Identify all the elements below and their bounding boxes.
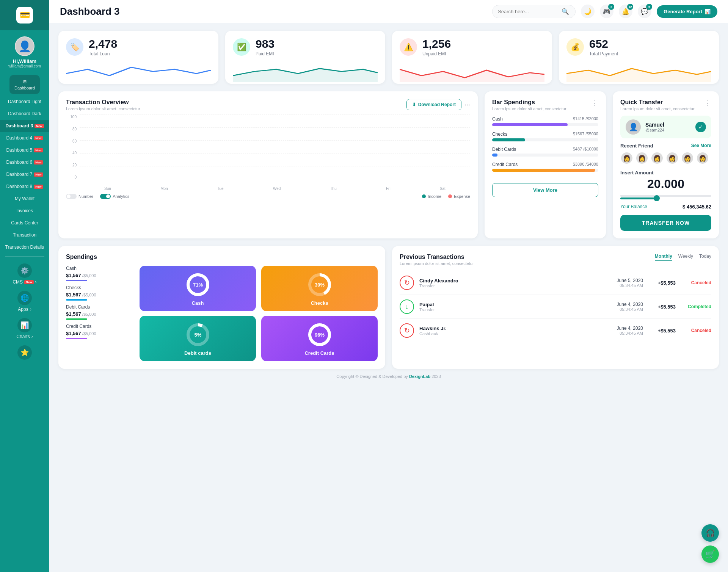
spending-label-checks: Checks bbox=[492, 132, 507, 137]
sidebar-section-charts[interactable]: 📊 Charts › bbox=[0, 314, 49, 342]
sidebar-item-dashboard-5[interactable]: Dashboard 5New bbox=[0, 144, 49, 156]
analytics-toggle[interactable] bbox=[100, 194, 111, 199]
tx-list: ↻ Cindy Alexandro Transfer June 5, 2020 … bbox=[400, 271, 711, 342]
tx-name-hawkins: Hawkins Jr. bbox=[419, 326, 447, 331]
sidebar-section-cms[interactable]: ⚙️ CMS New › bbox=[0, 260, 49, 287]
spending-bar-fill-debit bbox=[492, 154, 497, 157]
sidebar-item-my-wallet[interactable]: My Wallet bbox=[0, 193, 49, 205]
unpaid-emi-label: Unpaid EMI bbox=[422, 51, 451, 56]
total-payment-icon: 💰 bbox=[566, 38, 584, 56]
dashboard-toggle-btn[interactable]: ⊞ Dashboard bbox=[9, 75, 40, 94]
sidebar-item-dashboard-light[interactable]: Dashboard Light bbox=[0, 96, 49, 108]
y-label: 80 bbox=[66, 127, 77, 131]
donut-credit: 96% Credit Cards bbox=[261, 316, 378, 361]
spending-bar-bg bbox=[492, 123, 598, 126]
moon-btn[interactable]: 🌙 bbox=[581, 5, 595, 18]
sidebar-item-dashboard-3[interactable]: Dashboard 3New bbox=[0, 120, 49, 132]
friend-avatar-6[interactable]: 👩 bbox=[696, 152, 709, 165]
chat-notifications-btn[interactable]: 💬 5 bbox=[638, 5, 651, 18]
tx-status-hawkins: Canceled bbox=[685, 328, 711, 333]
chat-badge: 5 bbox=[646, 4, 652, 10]
support-fab[interactable]: 🎧 bbox=[701, 524, 719, 542]
y-label: 100 bbox=[66, 115, 77, 119]
friend-avatar-5[interactable]: 👩 bbox=[681, 152, 694, 165]
friend-avatar-1[interactable]: 👩 bbox=[620, 152, 633, 165]
spend-bar bbox=[66, 280, 87, 281]
number-toggle[interactable] bbox=[66, 194, 77, 199]
tx-type-cindy: Transfer bbox=[419, 284, 458, 288]
fab-group: 🎧 🛒 bbox=[701, 524, 719, 563]
spend-item-credit: Credit Cards $1,567 /$5,000 bbox=[66, 324, 134, 339]
sidebar-section-apps[interactable]: 🌐 Apps › bbox=[0, 287, 49, 314]
avatar: 👤 bbox=[15, 36, 35, 56]
charts-row: Charts › bbox=[16, 334, 33, 339]
sidebar-item-dashboard-7[interactable]: Dashboard 7New bbox=[0, 168, 49, 180]
footer-brand[interactable]: DexignLab bbox=[409, 374, 430, 379]
game-notifications-btn[interactable]: 🎮 2 bbox=[600, 5, 613, 18]
x-label: Sun bbox=[104, 186, 111, 191]
total-payment-label: Total Payment bbox=[589, 51, 618, 56]
legend-expense: Expense bbox=[448, 194, 470, 199]
sidebar-item-dashboard-4[interactable]: Dashboard 4New bbox=[0, 132, 49, 144]
sidebar-item-dashboard-8[interactable]: Dashboard 8New bbox=[0, 180, 49, 193]
generate-report-button[interactable]: Generate Report 📊 bbox=[657, 5, 717, 18]
sidebar-item-label: Dashboard 8 bbox=[6, 184, 32, 189]
tx-date-paipal: June 4, 2020 05:34:45 AM bbox=[617, 302, 643, 312]
cart-fab[interactable]: 🛒 bbox=[701, 545, 719, 563]
spend-val: $1,567 bbox=[66, 292, 81, 298]
tab-monthly[interactable]: Monthly bbox=[655, 254, 672, 261]
sidebar-item-invoices[interactable]: Invoices bbox=[0, 205, 49, 217]
sidebar-section-favorites[interactable]: ⭐ bbox=[0, 342, 49, 362]
download-icon: ⬇ bbox=[412, 102, 416, 107]
grid-icon: ⊞ bbox=[23, 79, 27, 84]
sidebar-item-dashboard-6[interactable]: Dashboard 6New bbox=[0, 156, 49, 168]
sidebar-item-transaction[interactable]: Transaction bbox=[0, 229, 49, 241]
tx-amount-cindy: +$5,553 bbox=[653, 280, 676, 286]
recent-friend-text: Recent Friend bbox=[620, 143, 653, 149]
friend-avatar-2[interactable]: 👩 bbox=[635, 152, 648, 165]
sidebar-item-cards-center[interactable]: Cards Center bbox=[0, 217, 49, 229]
avatars-row: 👩 👩 👩 👩 👩 👩 bbox=[620, 152, 711, 165]
quick-transfer-menu-btn[interactable]: ⋮ bbox=[704, 99, 711, 107]
x-label: Sat bbox=[440, 186, 446, 191]
tx-date-val: June 4, 2020 bbox=[617, 326, 643, 331]
search-input[interactable] bbox=[498, 9, 559, 14]
donut-label-checks: Checks bbox=[311, 300, 328, 306]
game-badge: 2 bbox=[608, 4, 614, 10]
bar-spendings-menu-btn[interactable]: ⋮ bbox=[592, 99, 598, 107]
sidebar-item-transaction-details[interactable]: Transaction Details bbox=[0, 241, 49, 253]
tab-weekly[interactable]: Weekly bbox=[678, 254, 693, 261]
view-more-button[interactable]: View More bbox=[492, 183, 598, 197]
spending-bar-bg bbox=[492, 138, 598, 141]
bar-spendings-title: Bar Spendings bbox=[492, 99, 566, 106]
chart-x-labels: Sun Mon Tue Wed Thu Fri Sat bbox=[80, 186, 470, 191]
spending-credit: Credit Cards$3890 /$4000 bbox=[492, 162, 598, 172]
transfer-now-button[interactable]: TRANSFER NOW bbox=[620, 215, 711, 231]
transaction-overview-menu-btn[interactable]: ··· bbox=[464, 101, 470, 109]
amount-slider[interactable] bbox=[620, 195, 711, 202]
tx-icon-hawkins: ↻ bbox=[400, 323, 414, 338]
spend-of: /$5,000 bbox=[81, 331, 96, 336]
donut-cash: 71% Cash bbox=[140, 266, 256, 311]
tx-time: 05:34:45 AM bbox=[617, 307, 643, 312]
spending-bar-fill-cash bbox=[492, 123, 568, 126]
tx-amount-paipal: +$5,553 bbox=[653, 304, 676, 310]
spend-val: $1,567 bbox=[66, 331, 81, 336]
friend-avatar-4[interactable]: 👩 bbox=[666, 152, 679, 165]
sidebar-item-label: Invoices bbox=[16, 208, 33, 213]
see-more-link[interactable]: See More bbox=[691, 143, 711, 149]
qt-handle: @sam224 bbox=[645, 128, 664, 132]
spend-val: $1,567 bbox=[66, 273, 81, 278]
charts-label: Charts bbox=[16, 334, 30, 339]
spendings-title: Spendings bbox=[66, 254, 378, 260]
sidebar-item-label: Transaction bbox=[13, 232, 36, 238]
bell-notifications-btn[interactable]: 🔔 12 bbox=[619, 5, 632, 18]
friend-avatar-3[interactable]: 👩 bbox=[651, 152, 664, 165]
cart-icon: 🛒 bbox=[706, 550, 715, 559]
donut-label-cash: Cash bbox=[192, 300, 204, 306]
tab-today[interactable]: Today bbox=[699, 254, 711, 261]
download-report-button[interactable]: ⬇ Download Report bbox=[406, 99, 461, 110]
sidebar-item-dashboard-dark[interactable]: Dashboard Dark bbox=[0, 108, 49, 120]
search-icon: 🔍 bbox=[562, 8, 569, 15]
x-label: Mon bbox=[160, 186, 168, 191]
